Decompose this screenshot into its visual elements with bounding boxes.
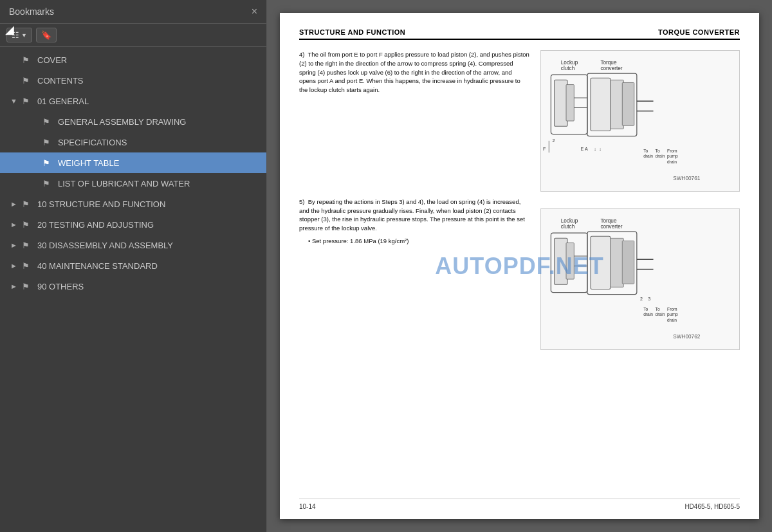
svg-rect-11 (611, 80, 624, 129)
svg-text:clutch: clutch (561, 224, 575, 230)
bookmark-ribbon-icon: ⚑ (22, 261, 32, 271)
step-5-num: 5) (299, 198, 304, 205)
diagram-2-svg: Lockup clutch Torque converter (541, 209, 739, 349)
header-section-title: STRUCTURE AND FUNCTION (299, 28, 405, 36)
svg-text:From: From (667, 307, 677, 311)
bookmark-ribbon-icon: ⚑ (22, 55, 32, 65)
sidebar-item-20-testing[interactable]: ► ⚑ 20 TESTING AND ADJUSTING (0, 214, 266, 235)
svg-text:3: 3 (648, 297, 650, 302)
expander-placeholder (31, 159, 41, 167)
list-view-button[interactable]: ☷ ▼ (6, 28, 32, 42)
sidebar-item-label: WEIGHT TABLE (58, 158, 260, 168)
svg-text:drain: drain (656, 154, 665, 158)
svg-text:converter: converter (600, 224, 622, 230)
svg-text:drain: drain (643, 154, 653, 158)
step-4-block: 4) The oil from port E to port F applies… (299, 50, 530, 95)
sidebar-item-10-structure[interactable]: ► ⚑ 10 STRUCTURE AND FUNCTION (0, 194, 266, 214)
bookmarks-title: Bookmarks (9, 6, 54, 17)
bookmarks-header: Bookmarks × (0, 0, 266, 24)
svg-text:SWH00761: SWH00761 (673, 176, 700, 181)
pdf-page: STRUCTURE AND FUNCTION TORQUE CONVERTER … (280, 13, 759, 519)
expand-arrow-icon: ► (10, 282, 21, 290)
sidebar-item-label: LIST OF LUBRICANT AND WATER (58, 179, 260, 188)
bookmark-ribbon-icon: ⚑ (42, 117, 53, 127)
svg-rect-39 (591, 236, 611, 289)
svg-rect-40 (611, 238, 624, 287)
diagram-2: Lockup clutch Torque converter (540, 208, 740, 350)
svg-text:E A: E A (581, 147, 588, 152)
set-pressure-line: • Set pressure: 1.86 MPa (19 kg/cm²) (299, 237, 530, 246)
svg-rect-5 (555, 80, 568, 126)
header-chapter-title: TORQUE CONVERTER (658, 28, 740, 36)
sidebar-item-40-maintenance[interactable]: ► ⚑ 40 MAINTENANCE STANDARD (0, 255, 266, 276)
svg-text:drain: drain (656, 312, 665, 316)
step-4-body: The oil from port E to port F applies pr… (299, 51, 529, 93)
diagrams-column: Lockup clutch Torque converter (540, 50, 740, 350)
set-pressure-value: 1.86 MPa (19 kg/cm²) (350, 237, 409, 244)
expander-placeholder (31, 138, 41, 146)
bookmark-ribbon-icon: ⚑ (42, 158, 53, 168)
sidebar-item-30-disassembly[interactable]: ► ⚑ 30 DISASSEMBLY AND ASSEMBLY (0, 235, 266, 255)
sidebar-item-general-assembly[interactable]: ⚑ GENERAL ASSEMBLY DRAWING (0, 111, 266, 132)
bookmark-ribbon-icon: ⚑ (22, 282, 32, 291)
bookmark-icon: 🔖 (41, 30, 51, 40)
sidebar-item-label: CONTENTS (37, 76, 260, 86)
bookmark-ribbon-icon: ⚑ (22, 199, 32, 209)
bookmark-ribbon-icon: ⚑ (22, 220, 32, 230)
svg-text:drain: drain (667, 318, 677, 322)
page-number: 10-14 (299, 503, 316, 510)
svg-rect-41 (622, 241, 634, 284)
page-footer: 10-14 HD465-5, HD605-5 (299, 499, 740, 510)
step-4-text: 4) The oil from port E to port F applies… (299, 50, 530, 95)
svg-text:Torque: Torque (600, 218, 617, 224)
list-icon: ☷ (12, 30, 19, 40)
text-column: 4) The oil from port E to port F applies… (299, 50, 530, 350)
sidebar-item-label: 90 OTHERS (37, 282, 260, 291)
svg-rect-12 (622, 82, 634, 125)
svg-text:To: To (656, 307, 660, 311)
bookmarks-list: ⚑ COVER ⚑ CONTENTS ▼ ⚑ 01 GENERAL ⚑ GENE… (0, 47, 266, 532)
svg-rect-35 (566, 243, 574, 279)
bookmark-ribbon-icon: ⚑ (42, 138, 53, 147)
svg-text:SWH00762: SWH00762 (673, 334, 700, 340)
sidebar-item-01-general[interactable]: ▼ ⚑ 01 GENERAL (0, 91, 266, 111)
svg-text:drain: drain (667, 160, 677, 164)
svg-text:pump: pump (667, 312, 678, 317)
step-5-block: 5) By repeating the actions in Steps 3) … (299, 197, 530, 246)
svg-text:Lockup: Lockup (561, 60, 578, 66)
svg-rect-10 (591, 78, 611, 131)
svg-text:From: From (667, 149, 677, 153)
expand-arrow-icon: ▼ (10, 97, 21, 105)
sidebar-item-specifications[interactable]: ⚑ SPECIFICATIONS (0, 132, 266, 152)
bookmark-ribbon-icon: ⚑ (22, 76, 32, 86)
svg-text:converter: converter (600, 66, 622, 71)
svg-rect-6 (566, 85, 574, 121)
expander-placeholder (31, 179, 41, 187)
expander-placeholder (10, 77, 21, 84)
sidebar-item-contents[interactable]: ⚑ CONTENTS (0, 70, 266, 91)
close-icon[interactable]: × (252, 6, 257, 17)
sidebar-item-label: 01 GENERAL (37, 96, 260, 106)
sidebar-item-label: 10 STRUCTURE AND FUNCTION (37, 199, 260, 209)
expand-arrow-icon: ► (10, 200, 21, 208)
set-pressure-label: Set pressure: (312, 237, 349, 244)
sidebar-item-weight-table[interactable]: ⚑ WEIGHT TABLE (0, 152, 266, 173)
svg-text:To: To (656, 149, 660, 153)
bookmark-ribbon-icon: ⚑ (22, 241, 32, 250)
page-header: STRUCTURE AND FUNCTION TORQUE CONVERTER (299, 28, 740, 40)
bookmark-ribbon-icon: ⚑ (42, 179, 53, 188)
sidebar-item-lubricant-water[interactable]: ⚑ LIST OF LUBRICANT AND WATER (0, 173, 266, 194)
bookmarks-panel: Bookmarks × ☷ ▼ 🔖 ⚑ COVER ⚑ CONTENTS ▼ ⚑… (0, 0, 267, 532)
sidebar-item-90-others[interactable]: ► ⚑ 90 OTHERS (0, 276, 266, 297)
sidebar-item-label: COVER (37, 55, 260, 65)
sidebar-item-label: 30 DISASSEMBLY AND ASSEMBLY (37, 241, 260, 250)
expand-arrow-icon: ► (10, 221, 21, 228)
sidebar-item-label: SPECIFICATIONS (58, 138, 260, 147)
expand-arrow-icon: ► (10, 241, 21, 249)
sidebar-item-label: GENERAL ASSEMBLY DRAWING (58, 117, 260, 127)
bookmark-view-button[interactable]: 🔖 (36, 28, 57, 42)
step-4-num: 4) (299, 51, 304, 58)
sidebar-item-cover[interactable]: ⚑ COVER (0, 50, 266, 70)
step-5-text: 5) By repeating the actions in Steps 3) … (299, 197, 530, 233)
diagram-1-svg: Lockup clutch Torque converter (541, 51, 739, 191)
